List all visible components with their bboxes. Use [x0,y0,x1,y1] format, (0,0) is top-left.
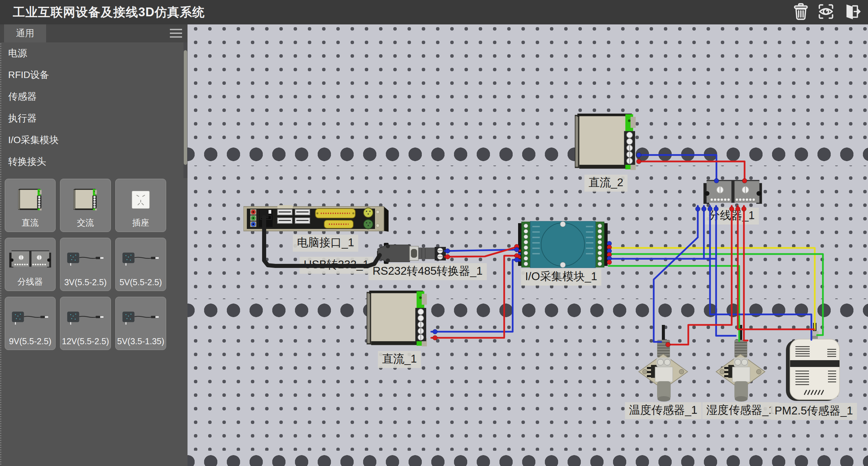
connector-dot [729,207,734,211]
palette-tabstrip: 通用 [0,24,188,42]
menu-icon[interactable] [170,29,182,38]
device-dc-power-1[interactable] [367,291,427,346]
device-pm25-sensor[interactable] [786,323,840,401]
power-adapter-icon [64,249,107,269]
ac-power-icon [73,189,98,211]
menu-item-io-module[interactable]: I/O采集模块 [0,129,183,151]
palette-item-5v[interactable]: 5V(5.5-2.5) [115,238,166,291]
wire-red [431,256,519,338]
palette-item-3v[interactable]: 3V(5.5-2.5) [60,238,111,291]
app-title: 工业互联网设备及接线3D仿真系统 [13,0,205,24]
delete-button[interactable] [791,3,810,22]
wire-red [668,206,732,345]
dc-power-icon [18,189,43,211]
device-dc-power-2[interactable] [575,114,636,170]
preview-button[interactable] [816,3,835,22]
palette-item-socket[interactable]: 插座 [115,179,166,232]
connector-dot [636,153,641,157]
wire-blue [431,260,519,332]
exit-button[interactable] [842,3,861,22]
menu-item-actuator[interactable]: 执行器 [0,108,183,129]
connector-dot [714,207,718,211]
menu-item-power[interactable]: 电源 [0,42,183,64]
category-menu: 电源 RFID设备 传感器 执行器 I/O采集模块 转换接头 [0,42,183,173]
device-palette-sidebar: 通用 电源 RFID设备 传感器 执行器 I/O采集模块 转换接头 直流 交流 … [0,24,188,466]
connector-dot [695,207,700,211]
tab-general[interactable]: 通用 [4,24,46,42]
menu-item-sensor[interactable]: 传感器 [0,86,183,108]
connector-dot [666,342,670,347]
wire-blue [716,206,736,336]
palette-item-splitter[interactable]: 分线器 [5,238,56,291]
wire-blue [710,206,811,340]
connector-dot [514,257,519,262]
palette-item-9v[interactable]: 9V(5.5-2.5) [5,297,56,350]
connector-dot [607,260,612,265]
power-adapter-icon [64,308,107,328]
wire-green [609,266,739,341]
device-rs232-485-converter[interactable] [377,243,446,264]
palette-item-5v-small[interactable]: 5V(3.5-1.35) [115,297,166,350]
wire-blue [654,206,698,342]
wire-red [744,206,748,341]
header-actions [791,3,861,22]
power-adapter-icon [119,249,162,269]
connector-dot [514,247,519,252]
power-adapter-icon [119,308,162,328]
sidebar-scrollbar-thumb[interactable] [184,50,187,165]
connector-dot [445,249,450,253]
connector-dot [433,329,437,334]
connector-dot [735,207,740,211]
connector-dot [708,207,712,211]
wire-red [738,206,814,329]
connector-dot [636,159,641,164]
device-tile-grid: 直流 交流 插座 分线器 3V(5.5-2.5) 5V(5.5-2.5) 9V(… [5,179,167,350]
palette-item-dc[interactable]: 直流 [5,179,56,232]
trash-icon [792,3,810,22]
exit-icon [842,3,861,22]
wire-red [640,161,745,181]
menu-item-converter[interactable]: 转换接头 [0,151,183,173]
eye-icon [817,3,835,22]
palette-item-12v[interactable]: 12V(5.5-2.5) [60,297,111,350]
splitter-icon [9,249,52,269]
power-adapter-icon [9,308,52,328]
connector-dot [445,254,450,259]
connector-dot [433,335,437,340]
title-bar: 工业互联网设备及接线3D仿真系统 [0,0,868,24]
connector-dot [702,207,706,211]
connector-dot [742,207,746,211]
socket-icon [131,190,151,210]
wire-yellow [609,248,815,330]
connector-dot [742,178,747,183]
simulation-canvas[interactable]: 直流_2 电脑接口_1 USB转232_1 RS232转485转换器_1 I/O… [188,24,868,466]
device-io-module[interactable] [518,221,608,268]
menu-item-rfid[interactable]: RFID设备 [0,64,183,86]
device-temperature-sensor[interactable] [639,325,688,402]
palette-item-ac[interactable]: 交流 [60,179,111,232]
device-splitter[interactable] [704,180,762,204]
connector-dot [714,178,719,183]
wire-blue [640,155,716,181]
